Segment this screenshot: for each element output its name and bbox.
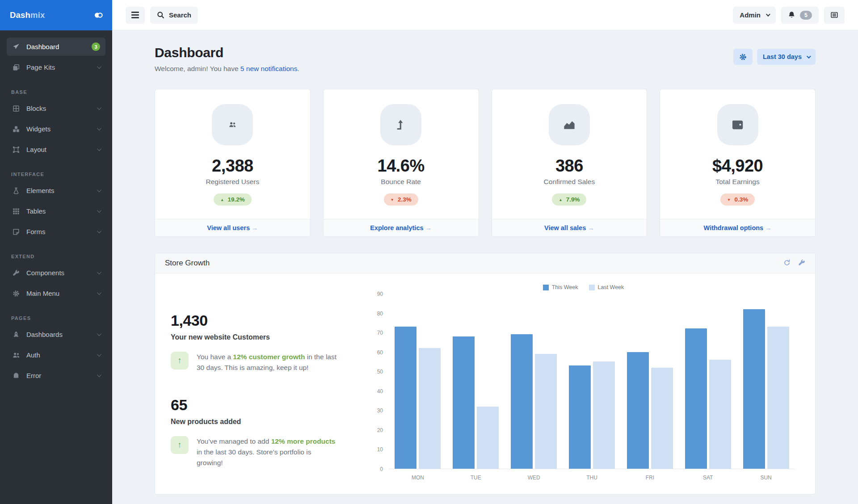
sidebar-item-dashboards[interactable]: Dashboards [7,325,105,344]
stat-card-registered-users: 2,388Registered Users▲19.2%View all user… [155,89,311,237]
chart-x-axis: MONTUEWEDTHUFRISATSUN [389,475,795,481]
bar-this-week-sat [685,328,707,469]
sidebar-item-label: Forms [26,228,97,235]
sidebar-item-label: Dashboards [26,331,97,338]
nav-section-heading: INTERFACE [7,161,105,181]
sidebar-item-label: Blocks [26,105,97,112]
stat-label: Confirmed Sales [500,178,639,186]
arrow-right-icon: → [252,224,258,231]
sidebar-item-label: Tables [26,207,97,215]
legend-item-this-week[interactable]: This Week [543,284,578,290]
x-tick-label: FRI [621,475,679,481]
stat-label: Total Earnings [668,178,807,186]
sidebar-item-error[interactable]: Error [7,366,105,385]
grid-icon [12,105,20,112]
options-wrench-button[interactable] [798,259,805,268]
brand-logo[interactable]: Dashmix [10,10,45,20]
stat-value: 386 [500,156,639,176]
stat-value: $4,920 [668,156,807,176]
flask-icon [12,187,20,194]
rocket-icon [12,331,20,338]
card-link-withdrawal-options[interactable]: Withdrawal options→ [704,224,772,231]
stat-icon-circle [717,104,758,145]
x-tick-label: THU [563,475,621,481]
growth-summary: 1,430Your new website Customers↑You have… [171,284,372,481]
delta-badge: ▲7.9% [552,193,586,206]
note-icon [12,228,20,235]
y-tick-label: 30 [377,407,383,414]
sidebar-item-elements[interactable]: Elements [7,181,105,200]
card-link-view-all-sales[interactable]: View all sales→ [544,224,594,231]
store-growth-panel: Store Growth 1,430Your new website [155,253,816,495]
notifications-link[interactable]: 5 new notifications [240,65,298,72]
sidebar-item-label: Widgets [26,125,97,133]
caret-up-icon: ▲ [220,197,224,202]
sidebar-header: Dashmix [0,0,112,30]
store-growth-chart: This WeekLast Week0102030405060708090MON… [372,284,795,481]
hamburger-icon [131,12,139,18]
stat-card-total-earnings: $4,920Total Earnings▼0.3%Withdrawal opti… [660,89,816,237]
refresh-button[interactable] [783,259,791,268]
stat-cards: 2,388Registered Users▲19.2%View all user… [155,89,816,237]
y-tick-label: 50 [377,369,383,375]
chevron-down-icon [97,105,101,110]
cells-icon [12,208,20,215]
settings-button[interactable] [733,49,753,65]
bar-last-week-wed [535,354,557,469]
x-tick-label: SUN [737,475,795,481]
bar-last-week-sun [767,327,789,469]
card-link-explore-analytics[interactable]: Explore analytics→ [370,224,432,231]
bar-group-sun [737,294,795,469]
sidebar-item-page-kits[interactable]: Page Kits [7,58,105,76]
growth-value: 65 [171,396,372,414]
users-icon [229,121,236,128]
search-button[interactable]: Search [150,7,198,24]
stat-value: 2,388 [163,156,302,176]
legend-swatch [543,285,549,290]
growth-stat-new-products-added: 65New products added↑You’ve managed to a… [171,396,372,468]
card-link-view-all-users[interactable]: View all users→ [207,224,258,231]
bell-icon [788,11,795,19]
stat-label: Bounce Rate [332,178,471,186]
side-overlay-button[interactable] [824,7,845,24]
topbar: Search Admin 5 [112,0,858,30]
sidebar-item-components[interactable]: Components [7,264,105,282]
growth-stat-your-new-website-customers: 1,430Your new website Customers↑You have… [171,312,372,373]
count-badge: 3 [92,42,100,51]
bar-group-fri [621,294,679,469]
bar-this-week-tue [453,336,475,469]
delta-badge: ▲19.2% [214,193,252,206]
bar-group-thu [563,294,621,469]
sidebar-item-auth[interactable]: Auth [7,346,105,364]
y-tick-label: 80 [377,311,383,317]
menu-toggle-button[interactable] [126,7,145,24]
wrench-icon [798,259,805,266]
date-range-dropdown[interactable]: Last 30 days [757,49,816,65]
sidebar-item-main-menu[interactable]: Main Menu [7,284,105,302]
sidebar-item-tables[interactable]: Tables [7,202,105,220]
bar-last-week-fri [651,368,673,469]
chart-plot-area [389,294,795,469]
sidebar-item-dashboard[interactable]: Dashboard3 [7,38,105,56]
search-label: Search [169,11,191,19]
sidebar-nav: Dashboard3Page KitsBASEBlocksWidgetsLayo… [0,30,112,394]
sidebar-item-layout[interactable]: Layout [7,140,105,159]
chevron-down-icon [97,332,101,336]
user-menu-button[interactable]: Admin [733,7,776,24]
chevron-down-icon [807,54,811,59]
legend-swatch [589,285,595,290]
chevron-down-icon [766,12,770,17]
sidebar-item-forms[interactable]: Forms [7,223,105,241]
notifications-button[interactable]: 5 [781,7,819,24]
stat-label: Registered Users [163,178,302,186]
bar-group-sat [679,294,737,469]
sidebar: Dashmix Dashboard3Page KitsBASEBlocksWid… [0,0,112,504]
sidebar-item-blocks[interactable]: Blocks [7,99,105,118]
caret-down-icon: ▼ [391,197,394,202]
bar-this-week-mon [395,327,416,469]
chart-line-icon [563,118,576,131]
sidebar-item-widgets[interactable]: Widgets [7,120,105,138]
sidebar-style-toggle-icon[interactable] [93,12,103,19]
legend-item-last-week[interactable]: Last Week [589,284,624,290]
panel-title: Store Growth [165,259,210,268]
